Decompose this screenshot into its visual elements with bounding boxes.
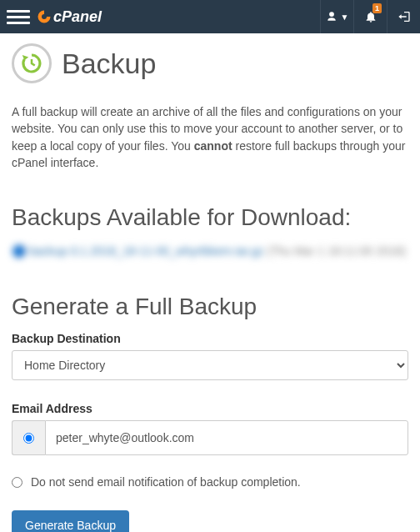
page-title: Backup (62, 48, 156, 80)
backup-download-item[interactable]: 🔵 backup-3.1.2018_18-11-00_whyrtbkem.tar… (12, 243, 408, 260)
no-email-radio[interactable] (12, 477, 22, 488)
destination-label: Backup Destination (12, 332, 408, 345)
user-icon (326, 11, 338, 23)
email-radio-cell[interactable] (12, 420, 45, 455)
generate-heading: Generate a Full Backup (12, 294, 408, 320)
logout-button[interactable] (387, 0, 420, 33)
logout-icon (398, 10, 411, 23)
backup-icon (12, 43, 52, 83)
topbar: cPanel ▼ 1 (0, 0, 420, 33)
downloads-heading: Backups Available for Download: (12, 204, 408, 231)
intro-text: A full backup will create an archive of … (12, 103, 408, 171)
caret-down-icon: ▼ (341, 13, 349, 22)
destination-select[interactable]: Home Directory (12, 350, 408, 380)
notification-badge: 1 (372, 3, 382, 13)
no-email-label: Do not send email notification of backup… (31, 475, 301, 489)
user-menu[interactable]: ▼ (320, 0, 353, 33)
email-radio[interactable] (23, 433, 34, 444)
menu-toggle[interactable] (7, 7, 30, 28)
email-row (12, 420, 408, 455)
email-label: Email Address (12, 402, 408, 415)
page-header: Backup (12, 43, 408, 83)
no-email-option[interactable]: Do not send email notification of backup… (12, 475, 408, 489)
email-field[interactable] (45, 420, 408, 455)
brand-logo[interactable]: cPanel (37, 8, 102, 26)
notifications-button[interactable]: 1 (353, 0, 387, 33)
brand-text: cPanel (53, 8, 102, 26)
generate-backup-button[interactable]: Generate Backup (12, 510, 129, 532)
main-content: Backup A full backup will create an arch… (0, 33, 420, 532)
